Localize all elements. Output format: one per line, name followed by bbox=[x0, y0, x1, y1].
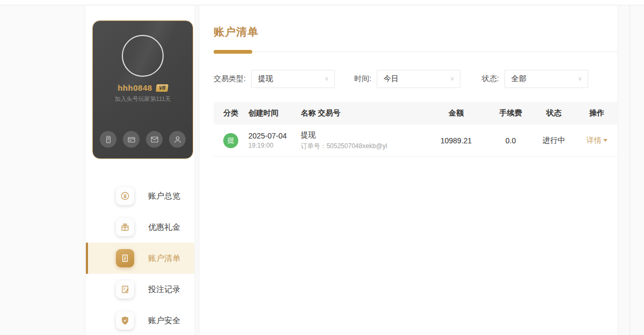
col-amount: 金额 bbox=[422, 108, 491, 118]
table-header: 分类 创建时间 名称 交易号 金额 手续费 状态 操作 bbox=[214, 102, 617, 125]
bank-card-icon[interactable] bbox=[123, 131, 140, 148]
record-icon bbox=[116, 280, 134, 298]
sidebar-item-label: 账户总览 bbox=[148, 191, 180, 201]
time-select[interactable]: 今日 ∨ bbox=[377, 70, 460, 88]
sidebar-item-bet-records[interactable]: 投注记录 bbox=[86, 274, 194, 305]
row-time: 19:19:00 bbox=[248, 142, 301, 149]
row-fee: 0.0 bbox=[491, 136, 531, 145]
row-name: 提现 bbox=[301, 130, 422, 140]
panel-header: 账户清单 bbox=[214, 5, 617, 52]
wallet-icon[interactable] bbox=[100, 131, 116, 148]
sidebar-item-label: 账户安全 bbox=[148, 316, 180, 326]
status-label: 状态: bbox=[482, 74, 499, 84]
sidebar-item-label: 账户清单 bbox=[148, 253, 180, 264]
profile-card: hhh0848 V8 加入头号玩家第111天 bbox=[92, 20, 193, 159]
chevron-down-icon: ∨ bbox=[450, 75, 455, 82]
username: hhh0848 bbox=[118, 83, 152, 92]
sidebar-item-account-security[interactable]: 账户安全 bbox=[86, 305, 194, 335]
top-bar bbox=[0, 0, 644, 5]
col-category: 分类 bbox=[214, 108, 248, 118]
sidebar-menu: 账户总览 优惠礼金 账户清单 投注记录 账户安全 bbox=[86, 180, 194, 335]
table-row: 提 2025-07-04 19:19:00 提现 订单号：5052507048x… bbox=[214, 125, 617, 157]
main-panel: 账户清单 交易类型: 提现 ∨ 时间: 今日 ∨ 状态: 全部 ∨ bbox=[200, 5, 617, 335]
mail-icon[interactable] bbox=[146, 131, 163, 148]
coin-icon bbox=[116, 187, 134, 205]
avatar[interactable] bbox=[122, 35, 164, 77]
join-days-text: 加入头号玩家第111天 bbox=[93, 95, 193, 103]
row-date: 2025-07-04 bbox=[248, 132, 301, 140]
transactions-table: 分类 创建时间 名称 交易号 金额 手续费 状态 操作 提 2025-07-04… bbox=[214, 102, 617, 157]
sidebar-item-bonus[interactable]: 优惠礼金 bbox=[86, 212, 194, 243]
user-icon[interactable] bbox=[169, 131, 186, 148]
row-status: 进行中 bbox=[531, 136, 577, 145]
col-created-time: 创建时间 bbox=[248, 108, 301, 118]
transaction-type-label: 交易类型: bbox=[214, 74, 246, 84]
row-amount: 10989.21 bbox=[422, 136, 491, 145]
caret-down-icon bbox=[603, 139, 608, 142]
filter-row: 交易类型: 提现 ∨ 时间: 今日 ∨ 状态: 全部 ∨ bbox=[214, 70, 617, 88]
right-divider bbox=[630, 5, 630, 335]
status-select[interactable]: 全部 ∨ bbox=[504, 70, 588, 88]
col-fee: 手续费 bbox=[491, 108, 531, 118]
status-value: 全部 bbox=[511, 74, 526, 84]
sidebar-item-label: 投注记录 bbox=[148, 285, 180, 295]
sidebar-item-account-overview[interactable]: 账户总览 bbox=[86, 180, 194, 212]
time-value: 今日 bbox=[384, 74, 399, 84]
time-label: 时间: bbox=[354, 74, 371, 84]
chevron-down-icon: ∨ bbox=[325, 75, 329, 82]
col-status: 状态 bbox=[531, 108, 577, 118]
sidebar: hhh0848 V8 加入头号玩家第111天 账户总览 bbox=[86, 5, 194, 335]
details-label: 详情 bbox=[587, 136, 602, 144]
chevron-down-icon: ∨ bbox=[578, 75, 582, 82]
col-name-txn: 名称 交易号 bbox=[301, 108, 422, 118]
transaction-type-select[interactable]: 提现 ∨ bbox=[251, 70, 335, 88]
page-title: 账户清单 bbox=[214, 25, 617, 39]
gift-icon bbox=[116, 218, 134, 236]
sidebar-item-account-statement[interactable]: 账户清单 bbox=[86, 243, 194, 274]
title-underline bbox=[214, 50, 252, 54]
transaction-type-value: 提现 bbox=[258, 74, 273, 84]
document-icon bbox=[116, 249, 134, 267]
sidebar-item-label: 优惠礼金 bbox=[148, 222, 180, 232]
category-badge: 提 bbox=[223, 133, 238, 148]
shield-icon bbox=[116, 311, 134, 330]
col-action: 操作 bbox=[577, 108, 617, 118]
details-link[interactable]: 详情 bbox=[587, 136, 608, 144]
row-order-no: 订单号：5052507048xekb@yl bbox=[301, 142, 422, 151]
vip-level-badge: V8 bbox=[156, 84, 169, 92]
